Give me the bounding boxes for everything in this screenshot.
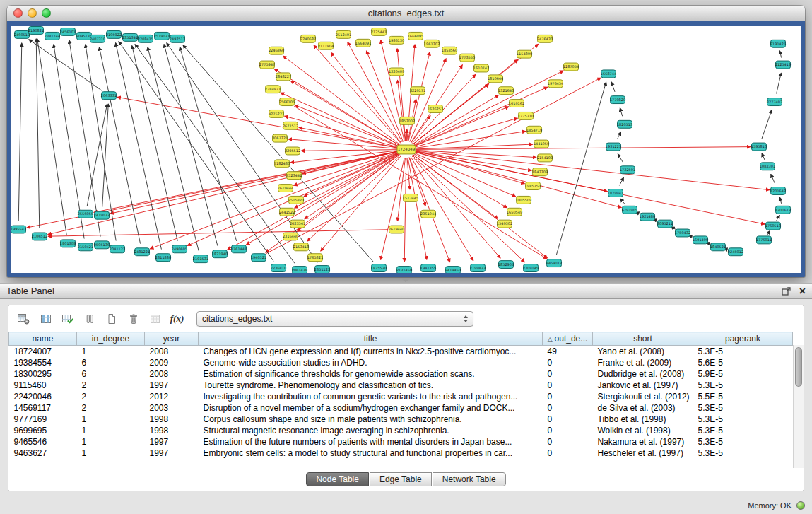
row-selector-button[interactable] [80, 310, 99, 327]
table-cell[interactable]: 1 [77, 448, 145, 459]
table-cell[interactable]: Tibbo et al. (1998) [593, 414, 693, 425]
delete-table-button[interactable] [124, 310, 143, 327]
vertical-scrollbar[interactable] [793, 345, 804, 468]
table-cell[interactable]: 5.3E-5 [693, 448, 793, 459]
table-cell[interactable]: Nakamura et al. (1997) [593, 436, 693, 448]
column-header-out-degree[interactable]: △out_de... [543, 332, 593, 346]
table-options-button[interactable] [14, 310, 33, 327]
table-cell[interactable]: 5.6E-5 [693, 357, 793, 368]
table-cell[interactable]: 5.3E-5 [693, 380, 793, 391]
panel-resize-handle[interactable] [400, 279, 411, 282]
table-cell[interactable]: de Silva et al. (2003) [593, 402, 693, 414]
table-cell[interactable]: 2 [77, 380, 145, 391]
table-cell[interactable]: 2 [77, 391, 145, 402]
table-cell[interactable]: 9777169 [9, 414, 77, 425]
table-cell[interactable]: 19384554 [9, 357, 77, 368]
table-cell[interactable]: 2008 [145, 368, 199, 380]
memory-indicator[interactable] [796, 501, 805, 510]
table-cell[interactable]: 9465546 [9, 436, 77, 448]
tab-node-table[interactable]: Node Table [306, 472, 369, 486]
table-cell[interactable]: 9463627 [9, 448, 77, 459]
show-columns-button[interactable] [36, 310, 55, 327]
tab-network-table[interactable]: Network Table [433, 472, 506, 486]
table-cell[interactable]: Structural magnetic resonance image aver… [199, 425, 543, 436]
table-cell[interactable]: 1997 [145, 380, 199, 391]
table-cell[interactable]: 0 [543, 402, 593, 414]
table-cell[interactable]: 1 [77, 346, 145, 358]
window-titlebar[interactable]: citations_edges.txt [7, 6, 805, 21]
table-cell[interactable]: 5.9E-5 [693, 368, 793, 380]
column-header-in-degree[interactable]: in_degree [77, 332, 145, 346]
table-cell[interactable]: 22420046 [9, 391, 77, 402]
table-cell[interactable]: 18300295 [9, 368, 77, 380]
table-cell[interactable]: 2012 [145, 391, 199, 402]
table-cell[interactable]: Stergiakouli et al. (2012) [593, 391, 693, 402]
table-cell[interactable]: Genome-wide association studies in ADHD. [199, 357, 543, 368]
table-cell[interactable]: Hescheler et al. (1997) [593, 448, 693, 459]
window-minimize-button[interactable] [28, 8, 37, 18]
table-cell[interactable]: 0 [543, 391, 593, 402]
table-cell[interactable]: Yano et al. (2008) [593, 346, 693, 358]
create-table-button[interactable] [102, 310, 121, 327]
table-cell[interactable]: 0 [543, 414, 593, 425]
table-cell[interactable]: 0 [543, 436, 593, 448]
table-cell[interactable]: 1 [77, 425, 145, 436]
table-cell[interactable]: 0 [543, 425, 593, 436]
table-cell[interactable]: 0 [543, 380, 593, 391]
table-cell[interactable]: 0 [543, 368, 593, 380]
table-cell[interactable]: Disruption of a novel member of a sodium… [199, 402, 543, 414]
table-cell[interactable]: 14569117 [9, 402, 77, 414]
table-cell[interactable]: 1 [77, 436, 145, 448]
table-cell[interactable]: 5.3E-5 [693, 414, 793, 425]
table-cell[interactable]: 9699695 [9, 425, 77, 436]
column-header-year[interactable]: year [145, 332, 199, 346]
table-cell[interactable]: Estimation of significance thresholds fo… [199, 368, 543, 380]
table-cell[interactable]: Changes of HCN gene expression and I(f) … [199, 346, 543, 358]
table-cell[interactable]: 1997 [145, 436, 199, 448]
table-cell[interactable]: 5.3E-5 [693, 425, 793, 436]
column-header-short[interactable]: short [593, 332, 693, 346]
table-cell[interactable]: 1 [77, 414, 145, 425]
table-cell[interactable]: Franke et al. (2009) [593, 357, 693, 368]
table-cell[interactable]: Corpus callosum shape and size in male p… [199, 414, 543, 425]
table-cell[interactable]: 0 [543, 357, 593, 368]
window-close-button[interactable] [13, 8, 23, 18]
table-cell[interactable]: Tourette syndrome. Phenomenology and cla… [199, 380, 543, 391]
graph-canvas[interactable]: 1724049224686027759472848227238493125661… [11, 26, 801, 273]
edit-table-button[interactable] [58, 310, 77, 327]
table-cell[interactable]: 2003 [145, 402, 199, 414]
table-cell[interactable]: Dudbridge et al. (2008) [593, 368, 693, 380]
table-cell[interactable]: Wolkin et al. (1998) [593, 425, 693, 436]
column-header-pagerank[interactable]: pagerank [693, 332, 793, 346]
column-header-name[interactable]: name [9, 332, 77, 346]
table-cell[interactable]: 18724007 [9, 346, 77, 358]
table-cell[interactable]: 2009 [145, 357, 199, 368]
close-panel-icon[interactable]: × [799, 286, 806, 296]
table-cell[interactable]: Jankovic et al. (1997) [593, 380, 693, 391]
tab-edge-table[interactable]: Edge Table [370, 472, 432, 486]
table-cell[interactable]: 5.5E-5 [693, 391, 793, 402]
import-table-button[interactable] [146, 310, 165, 327]
table-cell[interactable]: 5.3E-5 [693, 346, 793, 358]
table-cell[interactable]: Embryonic stem cells: a model to study s… [199, 448, 543, 459]
float-panel-icon[interactable] [782, 287, 791, 296]
table-cell[interactable]: 6 [77, 368, 145, 380]
table-cell[interactable]: 1998 [145, 414, 199, 425]
function-builder-button[interactable]: f(x) [167, 310, 187, 327]
table-cell[interactable]: 0 [543, 448, 593, 459]
table-cell[interactable]: 1997 [145, 448, 199, 459]
table-cell[interactable]: 9115460 [9, 380, 77, 391]
column-header-title[interactable]: title [199, 332, 543, 346]
table-cell[interactable]: Investigating the contribution of common… [199, 391, 543, 402]
table-cell[interactable]: 5.3E-5 [693, 436, 793, 448]
network-table-select[interactable]: citations_edges.txt [196, 311, 473, 327]
table-cell[interactable]: 2008 [145, 346, 199, 358]
table-cell[interactable]: 5.3E-5 [693, 402, 793, 414]
table-cell[interactable]: 2 [77, 402, 145, 414]
table-cell[interactable]: 1998 [145, 425, 199, 436]
scrollbar-thumb[interactable] [795, 347, 802, 387]
table-cell[interactable]: 6 [77, 357, 145, 368]
table-cell[interactable]: 49 [543, 346, 593, 358]
table-cell[interactable]: Estimation of the future numbers of pati… [199, 436, 543, 448]
window-zoom-button[interactable] [42, 8, 51, 18]
